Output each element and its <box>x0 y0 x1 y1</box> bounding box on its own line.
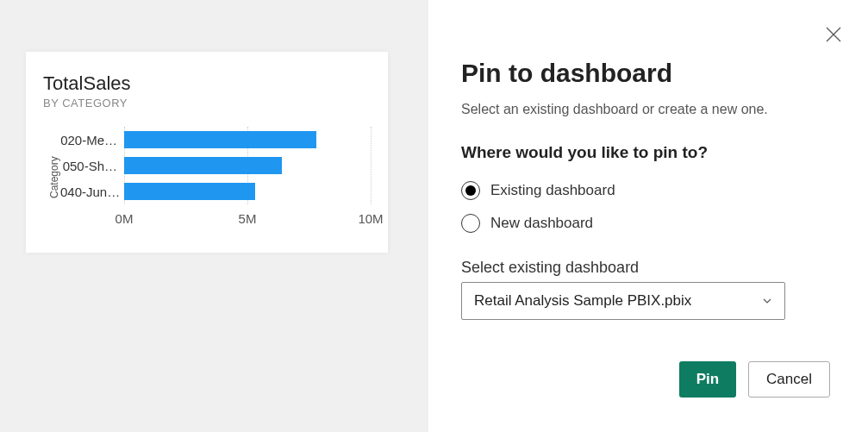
bar-row: 040-Jun… <box>60 178 371 204</box>
radio-new-dashboard[interactable]: New dashboard <box>461 207 830 240</box>
radio-group: Existing dashboard New dashboard <box>461 174 830 240</box>
x-axis: 0M5M10M <box>60 211 371 229</box>
x-tick-label: 0M <box>116 211 134 226</box>
radio-existing-dashboard[interactable]: Existing dashboard <box>461 174 830 207</box>
bar-track <box>124 155 371 176</box>
radio-label: Existing dashboard <box>490 182 615 199</box>
bar-category-label: 050-Sh… <box>60 159 124 173</box>
bar-row: 050-Sh… <box>60 153 371 178</box>
chart-title: TotalSales <box>43 72 371 95</box>
dialog-question: Where would you like to pin to? <box>461 143 830 162</box>
x-tick-label: 5M <box>239 211 257 226</box>
bar-track <box>124 129 371 150</box>
pin-to-dashboard-dialog: TotalSales BY CATEGORY Category 020-Me…0… <box>0 0 868 432</box>
y-axis-label: Category <box>43 127 60 229</box>
dialog-pane: Pin to dashboard Select an existing dash… <box>428 0 868 432</box>
close-button[interactable] <box>823 24 844 45</box>
dashboard-select[interactable]: Retail Analysis Sample PBIX.pbix <box>461 282 785 320</box>
dialog-actions: Pin Cancel <box>461 335 830 398</box>
bar-category-label: 040-Jun… <box>60 185 124 199</box>
radio-icon-unselected <box>461 214 480 233</box>
radio-icon-selected <box>461 181 480 200</box>
chart-preview-pane: TotalSales BY CATEGORY Category 020-Me…0… <box>0 0 428 432</box>
chevron-down-icon <box>760 294 774 308</box>
radio-label: New dashboard <box>490 215 593 232</box>
cancel-button[interactable]: Cancel <box>748 361 830 398</box>
select-label: Select existing dashboard <box>461 259 830 277</box>
bar-fill <box>124 131 316 148</box>
select-value: Retail Analysis Sample PBIX.pbix <box>474 292 691 310</box>
chart-card: TotalSales BY CATEGORY Category 020-Me…0… <box>26 52 388 253</box>
x-axis-ticks: 0M5M10M <box>124 211 371 229</box>
bars-zone: 020-Me…050-Sh…040-Jun… <box>60 127 371 204</box>
x-tick-label: 10M <box>358 211 383 226</box>
bar-fill <box>124 157 282 174</box>
plot-area: 020-Me…050-Sh…040-Jun… 0M5M10M <box>60 127 371 229</box>
dialog-subtitle: Select an existing dashboard or create a… <box>461 102 830 117</box>
dialog-title: Pin to dashboard <box>461 59 830 88</box>
bar-category-label: 020-Me… <box>60 133 124 147</box>
pin-button[interactable]: Pin <box>679 361 736 398</box>
close-icon <box>823 24 844 45</box>
bar-row: 020-Me… <box>60 127 371 153</box>
bar-track <box>124 181 371 202</box>
chart-subtitle: BY CATEGORY <box>43 97 371 110</box>
chart-body: Category 020-Me…050-Sh…040-Jun… 0M5M10M <box>43 127 371 229</box>
bar-fill <box>124 183 255 200</box>
